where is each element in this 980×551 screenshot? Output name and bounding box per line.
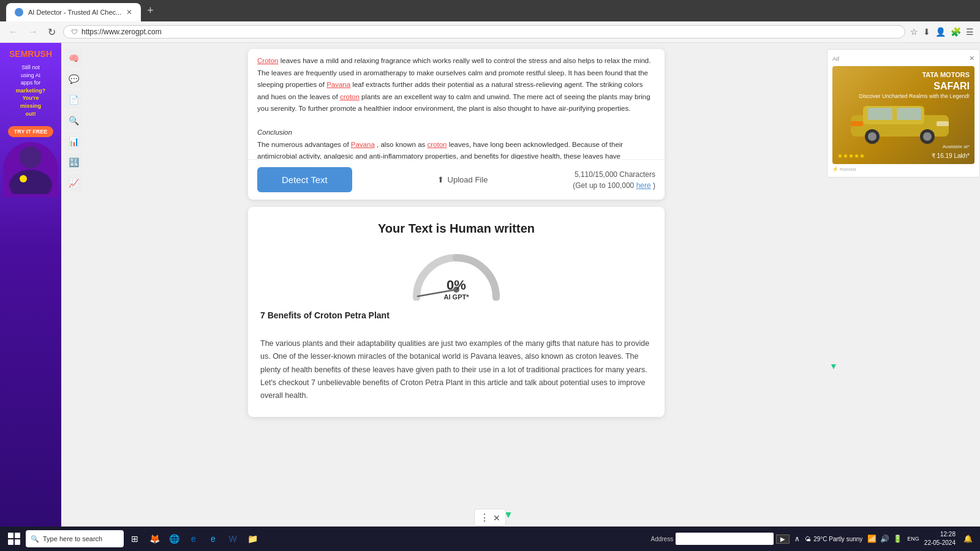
- try-it-free-button[interactable]: TRY IT FREE: [8, 126, 54, 137]
- svg-point-2: [20, 175, 27, 182]
- up-arrow-icon[interactable]: ∧: [794, 534, 800, 543]
- detect-text-button[interactable]: Detect Text: [257, 167, 352, 192]
- result-body-title: 7 Benefits of Croton Petra Plant: [260, 310, 652, 320]
- network-icon[interactable]: 📶: [867, 534, 876, 543]
- date-display: 22-05-2024: [924, 539, 956, 547]
- edge-icon[interactable]: e: [185, 530, 202, 547]
- extensions-icon[interactable]: 🧩: [951, 27, 961, 37]
- win-tile-1: [8, 533, 13, 538]
- semrush-logo: SEMRUSH: [9, 49, 52, 59]
- file-explorer-icon[interactable]: 📁: [244, 530, 261, 547]
- taskbar-search[interactable]: 🔍 Type here to search: [26, 530, 124, 547]
- battery-icon[interactable]: 🔋: [893, 534, 902, 543]
- ad-text-line4: marketing?: [16, 88, 46, 94]
- upload-icon: ⬆: [437, 175, 444, 184]
- ad-close-button[interactable]: ✕: [969, 54, 974, 62]
- text-content-area[interactable]: Croton leaves have a mild and relaxing f…: [248, 49, 665, 159]
- gauge-percent: 0%: [444, 277, 469, 293]
- address-bar[interactable]: 🛡 https://www.zerogpt.com: [63, 25, 905, 39]
- ad-stars: ★★★★★: [837, 152, 865, 159]
- browser-tabs: AI Detector - Trusted AI Chec... ✕ +: [0, 0, 980, 21]
- ad-model: SAFARI: [933, 81, 970, 92]
- address-input[interactable]: [676, 533, 774, 545]
- profile-icon[interactable]: 👤: [935, 27, 946, 37]
- bottom-ad-close[interactable]: ✕: [493, 513, 500, 523]
- tab-close-button[interactable]: ✕: [126, 8, 132, 17]
- freestar-triangle: ▼: [829, 361, 838, 371]
- nav-right-icons: ☆ ⬇ 👤 🧩 ☰: [910, 27, 974, 37]
- detect-bar: Detect Text ⬆ Upload File 5,110/15,000 C…: [248, 159, 665, 200]
- conclusion-text-1: The numerous advantages of: [257, 141, 351, 148]
- datetime[interactable]: 12:28 22-05-2024: [924, 530, 956, 547]
- ad-text: Still not using AI apps for marketing? Y…: [16, 64, 46, 118]
- back-button[interactable]: ←: [6, 26, 21, 37]
- shield-icon: 🛡: [71, 28, 78, 36]
- upgrade-text: (Get up to 100,000: [573, 181, 636, 190]
- weather-info: 🌤 29°C Partly sunny: [805, 536, 862, 542]
- bottom-advertisement: ⋮ ✕: [474, 509, 506, 527]
- chrome-icon[interactable]: 🌐: [165, 530, 183, 547]
- start-button[interactable]: [5, 530, 23, 548]
- result-body-text: The various plants and their adaptabilit…: [260, 337, 652, 402]
- conclusion-text-2: , also known as: [377, 141, 427, 148]
- ad-brand: TATA MOTORS: [922, 71, 970, 78]
- weather-temp: 29°C Partly sunny: [813, 536, 862, 542]
- sidebar-icon-chart[interactable]: 📊: [64, 132, 83, 151]
- sidebar-icon-code[interactable]: 🔣: [64, 153, 83, 171]
- volume-icon[interactable]: 🔊: [880, 534, 889, 543]
- time-display: 12:28: [924, 530, 956, 539]
- bottom-ad-dots[interactable]: ⋮: [480, 512, 489, 523]
- tab-favicon: [15, 8, 23, 17]
- ad-text-line1: Still not: [21, 64, 40, 70]
- sys-status-icons: 📶 🔊 🔋: [867, 534, 902, 543]
- sidebar-icon-stats[interactable]: 📈: [64, 174, 83, 192]
- main-content: SEMRUSH Still not using AI apps for mark…: [0, 43, 980, 551]
- download-icon[interactable]: ⬇: [923, 27, 930, 37]
- search-placeholder: Type here to search: [43, 535, 102, 542]
- char-count: 5,110/15,000 Characters (Get up to 100,0…: [573, 169, 655, 191]
- refresh-button[interactable]: ↻: [45, 26, 58, 38]
- search-icon: 🔍: [31, 535, 39, 543]
- weather-icon: 🌤: [805, 536, 811, 542]
- sidebar-icon-doc[interactable]: 📄: [64, 91, 83, 109]
- sidebar-icon-brain[interactable]: 🧠: [64, 49, 83, 67]
- win-tile-2: [15, 533, 20, 538]
- right-advertisement: Ad ✕ TATA MOTORS SAFARI Discover Unchart…: [827, 49, 980, 551]
- right-ad-image: TATA MOTORS SAFARI Discover Uncharted Re…: [832, 66, 974, 164]
- pavana-link-2: Pavana: [351, 141, 375, 148]
- freestar-badge: ⚡ freestar: [832, 167, 974, 172]
- url-text: https://www.zerogpt.com: [81, 28, 162, 36]
- ad-available: Available at*: [943, 144, 970, 149]
- right-ad-inner: Ad ✕ TATA MOTORS SAFARI Discover Unchart…: [827, 49, 980, 178]
- sidebar-icon-chat[interactable]: 💬: [64, 70, 83, 88]
- car-svg: [839, 97, 961, 146]
- bookmark-icon[interactable]: ☆: [910, 27, 918, 37]
- task-view-icon[interactable]: ⊞: [126, 530, 143, 547]
- word-icon[interactable]: W: [224, 530, 241, 547]
- conclusion-title: Conclusion: [257, 129, 292, 136]
- notifications-button[interactable]: 🔔: [960, 531, 975, 546]
- result-card: Your Text is Human written: [248, 207, 665, 417]
- upgrade-link[interactable]: here: [636, 181, 651, 190]
- lang-label: ENG: [907, 536, 919, 542]
- menu-icon[interactable]: ☰: [966, 27, 974, 37]
- char-count-text: 5,110/15,000 Characters: [575, 170, 655, 179]
- ad-text-line2: using AI: [21, 72, 40, 78]
- systray: Address ▶ ∧ 🌤 29°C Partly sunny 📶 🔊 🔋 EN…: [650, 530, 975, 547]
- ad-text-line5: You're: [23, 95, 39, 101]
- ie-icon[interactable]: e: [205, 530, 222, 547]
- svg-rect-14: [851, 121, 863, 126]
- upload-file-button[interactable]: ⬆ Upload File: [437, 175, 488, 184]
- right-ad-header: Ad ✕: [832, 54, 974, 62]
- windows-logo: [8, 533, 20, 545]
- go-button[interactable]: ▶: [776, 534, 790, 544]
- croton-link-2: croton: [340, 93, 360, 100]
- left-advertisement: SEMRUSH Still not using AI apps for mark…: [0, 43, 61, 551]
- firefox-icon[interactable]: 🦊: [146, 530, 163, 547]
- sidebar-icon-search[interactable]: 🔍: [64, 111, 83, 130]
- active-tab[interactable]: AI Detector - Trusted AI Chec... ✕: [6, 3, 141, 21]
- new-tab-button[interactable]: +: [141, 4, 160, 17]
- croton-link-3: croton: [427, 141, 447, 148]
- forward-button[interactable]: →: [26, 26, 40, 37]
- pavana-link-1: Pavana: [326, 81, 350, 88]
